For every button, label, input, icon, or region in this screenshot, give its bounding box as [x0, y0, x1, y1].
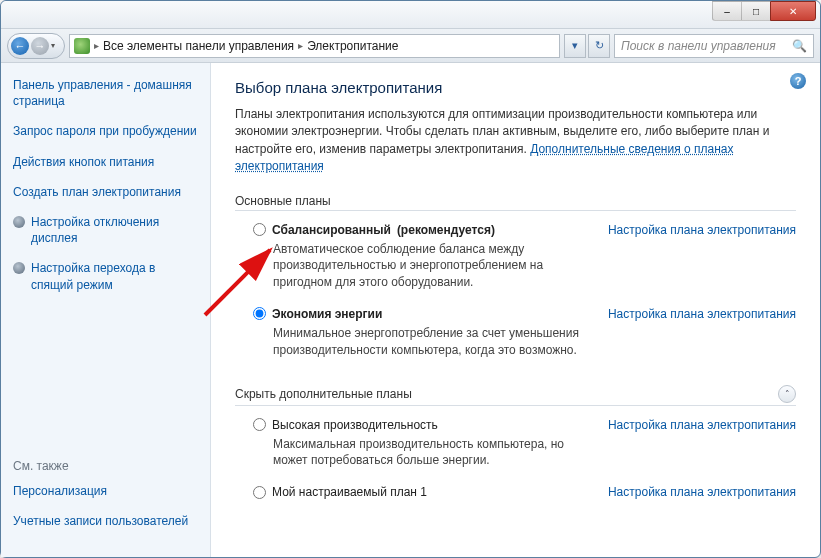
- search-icon: 🔍: [792, 39, 807, 53]
- titlebar: – □ ✕: [1, 1, 820, 29]
- sidebar-item-create-plan[interactable]: Создать план электропитания: [13, 184, 198, 200]
- power-options-icon: [74, 38, 90, 54]
- plan-recommended: (рекомендуется): [397, 223, 495, 237]
- sidebar: Панель управления - домашняя страница За…: [1, 63, 211, 557]
- search-input[interactable]: Поиск в панели управления 🔍: [614, 34, 814, 58]
- plan-name: Мой настраиваемый план 1: [272, 485, 427, 499]
- sidebar-item-user-accounts[interactable]: Учетные записи пользователей: [13, 513, 198, 529]
- plan-balanced: Сбалансированный (рекомендуется) Автомат…: [235, 215, 796, 299]
- chevron-up-icon: ˄: [785, 389, 790, 399]
- forward-button[interactable]: →: [31, 37, 49, 55]
- section-title: Скрыть дополнительные планы: [235, 387, 412, 401]
- window-controls: – □ ✕: [713, 1, 816, 21]
- nav-buttons: ← → ▾: [7, 33, 65, 59]
- plan-radio-high-perf[interactable]: [253, 418, 266, 431]
- plan-settings-link[interactable]: Настройка плана электропитания: [608, 223, 796, 291]
- forward-icon: →: [35, 40, 46, 52]
- window: – □ ✕ ← → ▾ ▸ Все элементы панели управл…: [0, 0, 821, 558]
- breadcrumb[interactable]: ▸ Все элементы панели управления ▸ Элект…: [69, 34, 560, 58]
- plan-radio-power-saver[interactable]: [253, 307, 266, 320]
- display-icon: [13, 216, 25, 228]
- sidebar-item-label: Персонализация: [13, 484, 107, 498]
- plan-settings-link[interactable]: Настройка плана электропитания: [608, 485, 796, 499]
- sidebar-item-home[interactable]: Панель управления - домашняя страница: [13, 77, 198, 109]
- close-button[interactable]: ✕: [770, 1, 816, 21]
- plan-settings-link[interactable]: Настройка плана электропитания: [608, 307, 796, 359]
- plan-name: Сбалансированный: [272, 223, 391, 237]
- sidebar-item-buttons[interactable]: Действия кнопок питания: [13, 154, 198, 170]
- sleep-icon: [13, 262, 25, 274]
- refresh-icon: ↻: [595, 39, 604, 52]
- breadcrumb-power[interactable]: Электропитание: [307, 39, 398, 53]
- page-title: Выбор плана электропитания: [235, 79, 796, 96]
- plan-description: Автоматическое соблюдение баланса между …: [273, 241, 596, 291]
- sidebar-item-password[interactable]: Запрос пароля при пробуждении: [13, 123, 198, 139]
- close-icon: ✕: [789, 6, 797, 17]
- help-icon: ?: [795, 75, 802, 87]
- sidebar-item-sleep[interactable]: Настройка перехода в спящий режим: [13, 260, 198, 292]
- plan-settings-link[interactable]: Настройка плана электропитания: [608, 418, 796, 470]
- nav-history-dropdown[interactable]: ▾: [51, 41, 61, 50]
- plan-custom-1: Мой настраиваемый план 1 Настройка плана…: [235, 477, 796, 507]
- back-icon: ←: [15, 40, 26, 52]
- minimize-button[interactable]: –: [712, 1, 742, 21]
- sidebar-item-label: Создать план электропитания: [13, 185, 181, 199]
- address-dropdown-button[interactable]: ▾: [564, 34, 586, 58]
- section-title: Основные планы: [235, 194, 331, 208]
- chevron-down-icon: ▾: [51, 41, 55, 50]
- sidebar-item-label: Настройка отключения дисплея: [31, 214, 198, 246]
- collapse-button[interactable]: ˄: [778, 385, 796, 403]
- sidebar-item-label: Запрос пароля при пробуждении: [13, 124, 197, 138]
- chevron-down-icon: ▾: [572, 39, 578, 52]
- plan-description: Максимальная производительность компьюте…: [273, 436, 596, 470]
- help-button[interactable]: ?: [790, 73, 806, 89]
- plan-name: Высокая производительность: [272, 418, 438, 432]
- plan-radio-custom-1[interactable]: [253, 486, 266, 499]
- plan-high-performance: Высокая производительность Максимальная …: [235, 410, 796, 478]
- maximize-button[interactable]: □: [741, 1, 771, 21]
- sidebar-item-personalization[interactable]: Персонализация: [13, 483, 198, 499]
- main-panel: ? Выбор плана электропитания Планы элект…: [211, 63, 820, 557]
- sidebar-item-label: Учетные записи пользователей: [13, 514, 188, 528]
- intro-text: Планы электропитания используются для оп…: [235, 106, 795, 176]
- sidebar-item-label: Действия кнопок питания: [13, 155, 154, 169]
- address-bar: ← → ▾ ▸ Все элементы панели управления ▸…: [1, 29, 820, 63]
- breadcrumb-sep: ▸: [94, 40, 99, 51]
- breadcrumb-all-items[interactable]: Все элементы панели управления: [103, 39, 294, 53]
- see-also-heading: См. также: [13, 459, 198, 473]
- content: Панель управления - домашняя страница За…: [1, 63, 820, 557]
- address-controls: ▾ ↻: [564, 34, 610, 58]
- sidebar-item-label: Панель управления - домашняя страница: [13, 78, 192, 108]
- refresh-button[interactable]: ↻: [588, 34, 610, 58]
- maximize-icon: □: [753, 6, 759, 17]
- plan-name: Экономия энергии: [272, 307, 382, 321]
- section-main-plans: Основные планы: [235, 194, 796, 211]
- breadcrumb-sep: ▸: [298, 40, 303, 51]
- plan-description: Минимальное энергопотребление за счет ум…: [273, 325, 596, 359]
- plan-radio-balanced[interactable]: [253, 223, 266, 236]
- back-button[interactable]: ←: [11, 37, 29, 55]
- sidebar-item-display-off[interactable]: Настройка отключения дисплея: [13, 214, 198, 246]
- search-placeholder: Поиск в панели управления: [621, 39, 776, 53]
- plan-power-saver: Экономия энергии Минимальное энергопотре…: [235, 299, 796, 367]
- sidebar-item-label: Настройка перехода в спящий режим: [31, 260, 198, 292]
- section-more-plans[interactable]: Скрыть дополнительные планы ˄: [235, 385, 796, 406]
- minimize-icon: –: [724, 6, 730, 17]
